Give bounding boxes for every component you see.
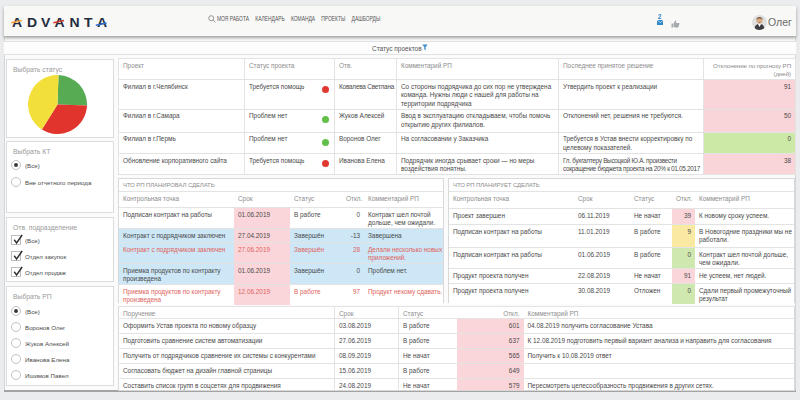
svg-text:D: D bbox=[27, 15, 38, 29]
svg-text:V: V bbox=[41, 15, 50, 29]
svg-text:T: T bbox=[84, 15, 93, 29]
svg-text:N: N bbox=[69, 15, 79, 29]
svg-text:A: A bbox=[97, 15, 108, 29]
